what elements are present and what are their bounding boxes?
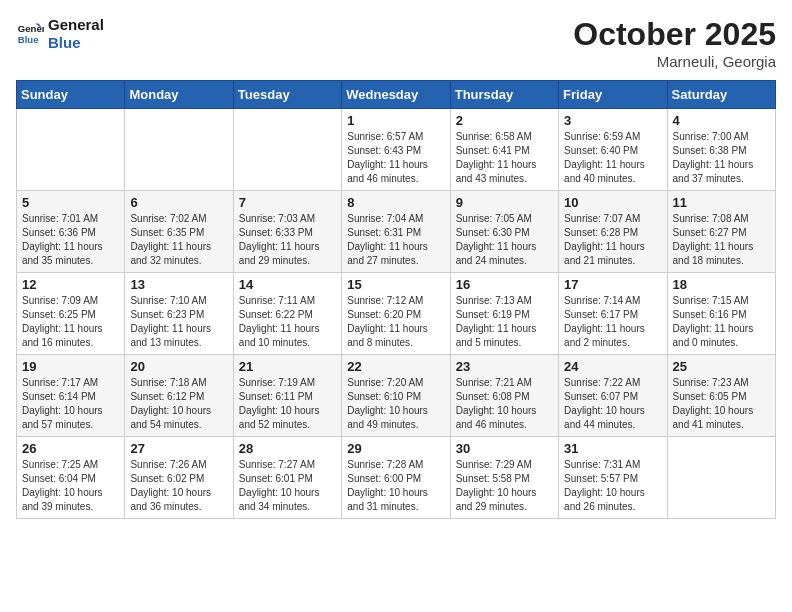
day-info: Sunrise: 6:58 AM Sunset: 6:41 PM Dayligh…: [456, 130, 553, 186]
day-number: 18: [673, 277, 770, 292]
calendar-cell: 5Sunrise: 7:01 AM Sunset: 6:36 PM Daylig…: [17, 191, 125, 273]
day-info: Sunrise: 7:11 AM Sunset: 6:22 PM Dayligh…: [239, 294, 336, 350]
day-number: 7: [239, 195, 336, 210]
calendar-cell: 24Sunrise: 7:22 AM Sunset: 6:07 PM Dayli…: [559, 355, 667, 437]
calendar-cell: [667, 437, 775, 519]
calendar-cell: 14Sunrise: 7:11 AM Sunset: 6:22 PM Dayli…: [233, 273, 341, 355]
calendar-cell: 7Sunrise: 7:03 AM Sunset: 6:33 PM Daylig…: [233, 191, 341, 273]
day-info: Sunrise: 7:26 AM Sunset: 6:02 PM Dayligh…: [130, 458, 227, 514]
day-info: Sunrise: 7:01 AM Sunset: 6:36 PM Dayligh…: [22, 212, 119, 268]
day-number: 1: [347, 113, 444, 128]
weekday-header: Monday: [125, 81, 233, 109]
calendar-cell: 26Sunrise: 7:25 AM Sunset: 6:04 PM Dayli…: [17, 437, 125, 519]
calendar-cell: 25Sunrise: 7:23 AM Sunset: 6:05 PM Dayli…: [667, 355, 775, 437]
calendar-week-row: 19Sunrise: 7:17 AM Sunset: 6:14 PM Dayli…: [17, 355, 776, 437]
day-info: Sunrise: 7:27 AM Sunset: 6:01 PM Dayligh…: [239, 458, 336, 514]
logo: General Blue General Blue: [16, 16, 104, 52]
day-info: Sunrise: 6:57 AM Sunset: 6:43 PM Dayligh…: [347, 130, 444, 186]
logo-line1: General: [48, 16, 104, 34]
svg-text:Blue: Blue: [18, 34, 39, 45]
day-info: Sunrise: 7:23 AM Sunset: 6:05 PM Dayligh…: [673, 376, 770, 432]
calendar-week-row: 12Sunrise: 7:09 AM Sunset: 6:25 PM Dayli…: [17, 273, 776, 355]
day-info: Sunrise: 7:04 AM Sunset: 6:31 PM Dayligh…: [347, 212, 444, 268]
calendar-cell: 2Sunrise: 6:58 AM Sunset: 6:41 PM Daylig…: [450, 109, 558, 191]
day-number: 11: [673, 195, 770, 210]
calendar-week-row: 1Sunrise: 6:57 AM Sunset: 6:43 PM Daylig…: [17, 109, 776, 191]
day-number: 9: [456, 195, 553, 210]
day-info: Sunrise: 7:22 AM Sunset: 6:07 PM Dayligh…: [564, 376, 661, 432]
day-info: Sunrise: 7:29 AM Sunset: 5:58 PM Dayligh…: [456, 458, 553, 514]
calendar-cell: 21Sunrise: 7:19 AM Sunset: 6:11 PM Dayli…: [233, 355, 341, 437]
calendar-cell: 4Sunrise: 7:00 AM Sunset: 6:38 PM Daylig…: [667, 109, 775, 191]
day-info: Sunrise: 7:08 AM Sunset: 6:27 PM Dayligh…: [673, 212, 770, 268]
calendar-cell: [125, 109, 233, 191]
title-block: October 2025 Marneuli, Georgia: [573, 16, 776, 70]
calendar-cell: 31Sunrise: 7:31 AM Sunset: 5:57 PM Dayli…: [559, 437, 667, 519]
calendar-cell: 3Sunrise: 6:59 AM Sunset: 6:40 PM Daylig…: [559, 109, 667, 191]
month-title: October 2025: [573, 16, 776, 53]
day-info: Sunrise: 7:13 AM Sunset: 6:19 PM Dayligh…: [456, 294, 553, 350]
calendar-cell: 1Sunrise: 6:57 AM Sunset: 6:43 PM Daylig…: [342, 109, 450, 191]
day-number: 22: [347, 359, 444, 374]
calendar-cell: [17, 109, 125, 191]
calendar-cell: [233, 109, 341, 191]
day-number: 12: [22, 277, 119, 292]
weekday-header: Friday: [559, 81, 667, 109]
day-number: 14: [239, 277, 336, 292]
day-info: Sunrise: 7:09 AM Sunset: 6:25 PM Dayligh…: [22, 294, 119, 350]
day-number: 23: [456, 359, 553, 374]
day-number: 6: [130, 195, 227, 210]
calendar-cell: 10Sunrise: 7:07 AM Sunset: 6:28 PM Dayli…: [559, 191, 667, 273]
svg-text:General: General: [18, 23, 44, 34]
calendar-cell: 18Sunrise: 7:15 AM Sunset: 6:16 PM Dayli…: [667, 273, 775, 355]
calendar-cell: 28Sunrise: 7:27 AM Sunset: 6:01 PM Dayli…: [233, 437, 341, 519]
day-number: 30: [456, 441, 553, 456]
calendar-table: SundayMondayTuesdayWednesdayThursdayFrid…: [16, 80, 776, 519]
day-info: Sunrise: 7:25 AM Sunset: 6:04 PM Dayligh…: [22, 458, 119, 514]
day-number: 17: [564, 277, 661, 292]
day-number: 20: [130, 359, 227, 374]
day-info: Sunrise: 7:19 AM Sunset: 6:11 PM Dayligh…: [239, 376, 336, 432]
day-info: Sunrise: 7:21 AM Sunset: 6:08 PM Dayligh…: [456, 376, 553, 432]
day-number: 28: [239, 441, 336, 456]
day-info: Sunrise: 7:15 AM Sunset: 6:16 PM Dayligh…: [673, 294, 770, 350]
weekday-header: Sunday: [17, 81, 125, 109]
calendar-week-row: 26Sunrise: 7:25 AM Sunset: 6:04 PM Dayli…: [17, 437, 776, 519]
day-info: Sunrise: 7:02 AM Sunset: 6:35 PM Dayligh…: [130, 212, 227, 268]
day-number: 8: [347, 195, 444, 210]
calendar-cell: 12Sunrise: 7:09 AM Sunset: 6:25 PM Dayli…: [17, 273, 125, 355]
weekday-header: Wednesday: [342, 81, 450, 109]
day-info: Sunrise: 7:17 AM Sunset: 6:14 PM Dayligh…: [22, 376, 119, 432]
calendar-cell: 20Sunrise: 7:18 AM Sunset: 6:12 PM Dayli…: [125, 355, 233, 437]
calendar-cell: 19Sunrise: 7:17 AM Sunset: 6:14 PM Dayli…: [17, 355, 125, 437]
page-header: General Blue General Blue October 2025 M…: [16, 16, 776, 70]
day-number: 2: [456, 113, 553, 128]
day-number: 25: [673, 359, 770, 374]
calendar-cell: 13Sunrise: 7:10 AM Sunset: 6:23 PM Dayli…: [125, 273, 233, 355]
day-info: Sunrise: 7:05 AM Sunset: 6:30 PM Dayligh…: [456, 212, 553, 268]
day-info: Sunrise: 7:07 AM Sunset: 6:28 PM Dayligh…: [564, 212, 661, 268]
calendar-cell: 6Sunrise: 7:02 AM Sunset: 6:35 PM Daylig…: [125, 191, 233, 273]
day-number: 5: [22, 195, 119, 210]
day-info: Sunrise: 7:03 AM Sunset: 6:33 PM Dayligh…: [239, 212, 336, 268]
weekday-header-row: SundayMondayTuesdayWednesdayThursdayFrid…: [17, 81, 776, 109]
day-info: Sunrise: 7:28 AM Sunset: 6:00 PM Dayligh…: [347, 458, 444, 514]
weekday-header: Saturday: [667, 81, 775, 109]
calendar-cell: 16Sunrise: 7:13 AM Sunset: 6:19 PM Dayli…: [450, 273, 558, 355]
day-number: 19: [22, 359, 119, 374]
calendar-cell: 11Sunrise: 7:08 AM Sunset: 6:27 PM Dayli…: [667, 191, 775, 273]
calendar-cell: 22Sunrise: 7:20 AM Sunset: 6:10 PM Dayli…: [342, 355, 450, 437]
location-subtitle: Marneuli, Georgia: [573, 53, 776, 70]
day-number: 26: [22, 441, 119, 456]
day-number: 10: [564, 195, 661, 210]
day-number: 3: [564, 113, 661, 128]
calendar-cell: 30Sunrise: 7:29 AM Sunset: 5:58 PM Dayli…: [450, 437, 558, 519]
day-info: Sunrise: 7:31 AM Sunset: 5:57 PM Dayligh…: [564, 458, 661, 514]
weekday-header: Tuesday: [233, 81, 341, 109]
logo-line2: Blue: [48, 34, 104, 52]
day-number: 31: [564, 441, 661, 456]
day-info: Sunrise: 7:20 AM Sunset: 6:10 PM Dayligh…: [347, 376, 444, 432]
day-number: 29: [347, 441, 444, 456]
calendar-cell: 15Sunrise: 7:12 AM Sunset: 6:20 PM Dayli…: [342, 273, 450, 355]
day-number: 21: [239, 359, 336, 374]
